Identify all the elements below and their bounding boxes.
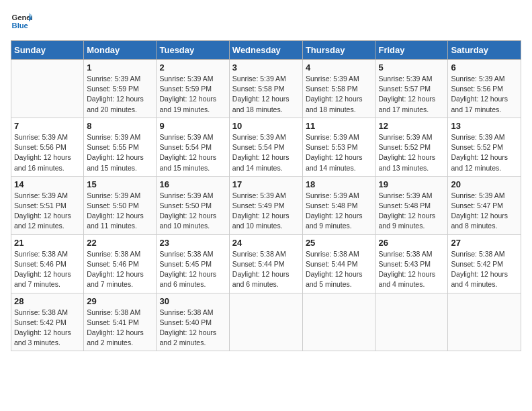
day-number: 23 (159, 238, 226, 248)
day-info: Sunrise: 5:39 AM Sunset: 5:58 PM Dayligh… (306, 74, 373, 115)
day-info: Sunrise: 5:39 AM Sunset: 5:52 PM Dayligh… (378, 132, 445, 173)
day-info: Sunrise: 5:39 AM Sunset: 5:50 PM Dayligh… (87, 191, 153, 232)
calendar-cell: 27Sunrise: 5:38 AM Sunset: 5:42 PM Dayli… (448, 234, 521, 293)
logo-icon: General Blue (11, 11, 32, 32)
calendar-cell: 18Sunrise: 5:39 AM Sunset: 5:48 PM Dayli… (302, 176, 375, 234)
calendar-cell: 10Sunrise: 5:39 AM Sunset: 5:54 PM Dayli… (229, 118, 302, 176)
day-info: Sunrise: 5:39 AM Sunset: 5:48 PM Dayligh… (306, 191, 373, 232)
day-info: Sunrise: 5:39 AM Sunset: 5:50 PM Dayligh… (159, 191, 226, 232)
day-number: 15 (87, 179, 153, 189)
calendar-cell: 21Sunrise: 5:38 AM Sunset: 5:46 PM Dayli… (11, 234, 84, 293)
calendar-cell: 8Sunrise: 5:39 AM Sunset: 5:55 PM Daylig… (84, 118, 157, 176)
day-info: Sunrise: 5:38 AM Sunset: 5:44 PM Dayligh… (232, 249, 300, 290)
week-row-3: 14Sunrise: 5:39 AM Sunset: 5:51 PM Dayli… (11, 176, 521, 234)
calendar-cell: 22Sunrise: 5:38 AM Sunset: 5:46 PM Dayli… (84, 234, 157, 293)
week-row-4: 21Sunrise: 5:38 AM Sunset: 5:46 PM Dayli… (11, 234, 521, 293)
day-number: 21 (14, 238, 81, 248)
calendar-cell: 15Sunrise: 5:39 AM Sunset: 5:50 PM Dayli… (84, 176, 157, 234)
day-info: Sunrise: 5:38 AM Sunset: 5:43 PM Dayligh… (378, 249, 445, 290)
calendar-cell: 1Sunrise: 5:39 AM Sunset: 5:59 PM Daylig… (84, 60, 157, 118)
col-header-friday: Friday (375, 41, 448, 60)
day-info: Sunrise: 5:38 AM Sunset: 5:42 PM Dayligh… (451, 249, 518, 290)
day-info: Sunrise: 5:39 AM Sunset: 5:56 PM Dayligh… (14, 132, 81, 173)
calendar-cell: 26Sunrise: 5:38 AM Sunset: 5:43 PM Dayli… (375, 234, 448, 293)
col-header-thursday: Thursday (302, 41, 375, 60)
calendar-cell: 24Sunrise: 5:38 AM Sunset: 5:44 PM Dayli… (229, 234, 302, 293)
day-number: 17 (232, 179, 300, 189)
calendar-cell: 16Sunrise: 5:39 AM Sunset: 5:50 PM Dayli… (157, 176, 229, 234)
calendar-cell: 29Sunrise: 5:38 AM Sunset: 5:41 PM Dayli… (84, 293, 157, 351)
day-number: 11 (306, 121, 373, 131)
day-number: 4 (306, 62, 373, 73)
day-info: Sunrise: 5:39 AM Sunset: 5:58 PM Dayligh… (232, 74, 300, 115)
calendar-cell (229, 293, 302, 351)
day-info: Sunrise: 5:38 AM Sunset: 5:40 PM Dayligh… (159, 308, 226, 349)
day-number: 24 (232, 238, 300, 248)
day-number: 29 (87, 296, 153, 306)
week-row-1: 1Sunrise: 5:39 AM Sunset: 5:59 PM Daylig… (11, 60, 521, 118)
calendar-cell (302, 293, 375, 351)
day-number: 25 (306, 238, 373, 248)
day-number: 14 (14, 179, 81, 189)
day-info: Sunrise: 5:38 AM Sunset: 5:46 PM Dayligh… (14, 249, 81, 290)
day-number: 30 (159, 296, 226, 306)
day-number: 9 (159, 121, 226, 131)
calendar-cell: 12Sunrise: 5:39 AM Sunset: 5:52 PM Dayli… (375, 118, 448, 176)
day-number: 7 (14, 121, 81, 131)
day-number: 27 (451, 238, 518, 248)
day-info: Sunrise: 5:39 AM Sunset: 5:59 PM Dayligh… (87, 74, 153, 115)
day-info: Sunrise: 5:38 AM Sunset: 5:41 PM Dayligh… (87, 308, 153, 349)
day-number: 3 (232, 62, 300, 73)
calendar-table: SundayMondayTuesdayWednesdayThursdayFrid… (11, 40, 521, 351)
day-info: Sunrise: 5:39 AM Sunset: 5:53 PM Dayligh… (306, 132, 373, 173)
day-info: Sunrise: 5:39 AM Sunset: 5:56 PM Dayligh… (451, 74, 518, 115)
calendar-cell: 9Sunrise: 5:39 AM Sunset: 5:54 PM Daylig… (157, 118, 229, 176)
col-header-tuesday: Tuesday (157, 41, 229, 60)
calendar-cell (375, 293, 448, 351)
calendar-cell: 19Sunrise: 5:39 AM Sunset: 5:48 PM Dayli… (375, 176, 448, 234)
calendar-cell: 14Sunrise: 5:39 AM Sunset: 5:51 PM Dayli… (11, 176, 84, 234)
calendar-cell: 30Sunrise: 5:38 AM Sunset: 5:40 PM Dayli… (157, 293, 229, 351)
day-number: 28 (14, 296, 81, 306)
calendar-cell: 28Sunrise: 5:38 AM Sunset: 5:42 PM Dayli… (11, 293, 84, 351)
day-number: 1 (87, 62, 153, 73)
day-number: 18 (306, 179, 373, 189)
day-info: Sunrise: 5:39 AM Sunset: 5:55 PM Dayligh… (87, 132, 153, 173)
day-info: Sunrise: 5:39 AM Sunset: 5:54 PM Dayligh… (159, 132, 226, 173)
day-number: 19 (378, 179, 445, 189)
col-header-saturday: Saturday (448, 41, 521, 60)
day-info: Sunrise: 5:39 AM Sunset: 5:51 PM Dayligh… (14, 191, 81, 232)
day-number: 2 (159, 62, 226, 73)
calendar-cell: 20Sunrise: 5:39 AM Sunset: 5:47 PM Dayli… (448, 176, 521, 234)
day-info: Sunrise: 5:39 AM Sunset: 5:47 PM Dayligh… (451, 191, 518, 232)
day-number: 13 (451, 121, 518, 131)
day-info: Sunrise: 5:39 AM Sunset: 5:54 PM Dayligh… (232, 132, 300, 173)
calendar-cell: 7Sunrise: 5:39 AM Sunset: 5:56 PM Daylig… (11, 118, 84, 176)
col-header-monday: Monday (84, 41, 157, 60)
day-number: 22 (87, 238, 153, 248)
day-number: 16 (159, 179, 226, 189)
calendar-cell: 11Sunrise: 5:39 AM Sunset: 5:53 PM Dayli… (302, 118, 375, 176)
day-number: 5 (378, 62, 445, 73)
calendar-cell: 2Sunrise: 5:39 AM Sunset: 5:59 PM Daylig… (157, 60, 229, 118)
week-row-5: 28Sunrise: 5:38 AM Sunset: 5:42 PM Dayli… (11, 293, 521, 351)
calendar-header-row: SundayMondayTuesdayWednesdayThursdayFrid… (11, 41, 521, 60)
day-number: 8 (87, 121, 153, 131)
calendar-cell (448, 293, 521, 351)
calendar-cell: 17Sunrise: 5:39 AM Sunset: 5:49 PM Dayli… (229, 176, 302, 234)
page-header: General Blue (11, 11, 521, 32)
calendar-cell: 13Sunrise: 5:39 AM Sunset: 5:52 PM Dayli… (448, 118, 521, 176)
day-info: Sunrise: 5:39 AM Sunset: 5:52 PM Dayligh… (451, 132, 518, 173)
day-info: Sunrise: 5:38 AM Sunset: 5:45 PM Dayligh… (159, 249, 226, 290)
day-number: 6 (451, 62, 518, 73)
day-info: Sunrise: 5:39 AM Sunset: 5:59 PM Dayligh… (159, 74, 226, 115)
logo: General Blue (11, 11, 31, 32)
calendar-cell: 3Sunrise: 5:39 AM Sunset: 5:58 PM Daylig… (229, 60, 302, 118)
col-header-sunday: Sunday (11, 41, 84, 60)
day-number: 10 (232, 121, 300, 131)
calendar-cell: 25Sunrise: 5:38 AM Sunset: 5:44 PM Dayli… (302, 234, 375, 293)
day-info: Sunrise: 5:39 AM Sunset: 5:48 PM Dayligh… (378, 191, 445, 232)
svg-text:Blue: Blue (12, 21, 28, 30)
day-number: 20 (451, 179, 518, 189)
col-header-wednesday: Wednesday (229, 41, 302, 60)
